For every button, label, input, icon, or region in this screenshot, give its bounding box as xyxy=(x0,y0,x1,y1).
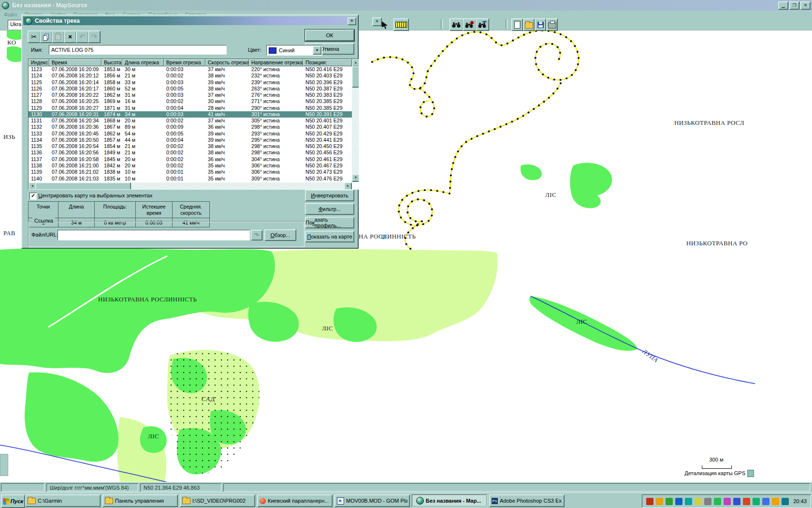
table-cell: 305° истина xyxy=(249,118,303,124)
column-header[interactable]: Время xyxy=(49,59,102,66)
table-row[interactable]: 113007.06.2008 16:20:311874 м34 м0:00:03… xyxy=(29,111,352,118)
tray-icon-11[interactable] xyxy=(743,498,750,505)
center-map-checkbox[interactable]: ✓ xyxy=(29,193,37,200)
ruler-tool-button[interactable] xyxy=(393,18,409,31)
tray-icon-4[interactable] xyxy=(675,498,682,505)
find-recent-button[interactable] xyxy=(476,18,489,31)
filter-button[interactable]: Фильтр... xyxy=(305,203,354,215)
copy-button[interactable] xyxy=(40,30,52,43)
horizontal-scroll-thumb[interactable] xyxy=(35,182,131,190)
menu-Файл[interactable]: Файл xyxy=(0,12,21,17)
minimize-button[interactable]: ▁ xyxy=(778,1,788,10)
table-row[interactable]: 113107.06.2008 16:20:341868 м20 м0:00:02… xyxy=(29,118,352,124)
dialog-title-bar[interactable]: Свойства трека xyxy=(23,16,357,25)
vertical-scrollbar[interactable]: ▲ ▼ xyxy=(352,59,359,182)
tray-icon-7[interactable] xyxy=(704,498,711,505)
start-button[interactable]: Пуск xyxy=(1,494,25,508)
toolbar-separator xyxy=(441,19,443,29)
tray-icon-1[interactable] xyxy=(646,498,653,505)
track-points-table[interactable]: ИндексВремяВысотаДлина отрезкаВремя отре… xyxy=(28,59,359,190)
table-row[interactable]: 112607.06.2008 16:20:171860 м52 м0:00:05… xyxy=(29,86,352,92)
table-row[interactable]: 113707.06.2008 16:20:581845 м20 м0:00:02… xyxy=(29,156,352,163)
vertical-scroll-thumb[interactable] xyxy=(352,66,359,88)
gps-track-points xyxy=(371,30,580,250)
cut-button[interactable]: ✂ xyxy=(28,30,40,43)
table-row[interactable]: 113507.06.2008 16:20:541854 м21 м0:00:02… xyxy=(29,143,352,149)
table-row[interactable]: 113907.06.2008 16:21:021838 м10 м0:00:01… xyxy=(29,169,352,175)
track-name-input[interactable] xyxy=(49,45,227,55)
table-row[interactable]: 112707.06.2008 16:20:221862 м31 м0:00:03… xyxy=(29,92,352,98)
table-row[interactable]: 113607.06.2008 16:20:561849 м21 м0:00:02… xyxy=(29,149,352,156)
redo-button[interactable]: ↷ xyxy=(88,30,101,43)
taskbar-button-1[interactable]: C:\Garmin xyxy=(25,494,101,507)
column-header[interactable]: Направление отрезка xyxy=(249,59,303,66)
tray-icon-9[interactable] xyxy=(724,498,731,505)
table-body[interactable]: 112307.06.2008 16:20:091853 м30 м0:00:03… xyxy=(29,66,352,182)
table-row[interactable]: 112407.06.2008 16:20:121856 м21 м0:00:02… xyxy=(29,73,352,79)
find-button[interactable] xyxy=(450,18,463,31)
table-row[interactable]: 112507.06.2008 16:20:141858 м33 м0:00:03… xyxy=(29,79,352,86)
follow-link-button[interactable]: ↷ xyxy=(251,230,262,240)
tray-icon-15[interactable] xyxy=(782,498,789,505)
close-button[interactable]: ✕ xyxy=(800,1,811,10)
table-row[interactable]: 113407.06.2008 16:20:501857 м44 м0:00:04… xyxy=(29,137,352,143)
tray-icon-10[interactable] xyxy=(733,498,740,505)
tray-icon-5[interactable] xyxy=(685,498,692,505)
show-on-map-button[interactable]: Показать на карте xyxy=(305,231,354,242)
file-url-input[interactable] xyxy=(58,230,250,240)
toolbar-close-button[interactable]: ✕ xyxy=(372,17,382,26)
scroll-up-button[interactable]: ▲ xyxy=(352,59,359,67)
tray-icon-14[interactable] xyxy=(772,498,779,505)
column-header[interactable]: Скорость отрезка xyxy=(205,59,249,66)
map-detail-label: Детализация карты GPS xyxy=(666,470,745,476)
horizontal-scrollbar[interactable]: ◄ ► xyxy=(29,182,352,189)
column-header[interactable]: Длина отрезка xyxy=(122,59,164,66)
undo-button[interactable]: ↶ xyxy=(76,30,88,43)
taskbar-button-4[interactable]: Киевский парапланерн... xyxy=(257,494,333,507)
dropdown-arrow-icon[interactable]: ▼ xyxy=(313,46,321,55)
table-cell: 1853 м xyxy=(102,66,122,73)
scroll-down-button[interactable]: ▼ xyxy=(352,174,359,182)
table-row[interactable]: 112907.06.2008 16:20:271871 м31 м0:00:04… xyxy=(29,105,352,111)
new-file-button[interactable] xyxy=(511,18,523,31)
table-row[interactable]: 114007.06.2008 16:21:031835 м10 м0:00:01… xyxy=(29,176,352,182)
column-header[interactable]: Позиция: xyxy=(303,59,352,66)
table-row[interactable]: 113807.06.2008 16:21:001842 м20 м0:00:02… xyxy=(29,163,352,169)
taskbar-button-5[interactable]: ▶MOV00B.MOD - GOM Pla... xyxy=(334,494,410,507)
table-row[interactable]: 113207.06.2008 16:20:361867 м89 м0:00:09… xyxy=(29,124,352,130)
column-header[interactable]: Высота xyxy=(102,59,122,66)
system-tray: 20:43 xyxy=(642,494,811,508)
browse-button[interactable]: Обзор... xyxy=(264,229,296,241)
dialog-close-button[interactable]: ✕ xyxy=(348,17,356,25)
ok-button[interactable]: ОК xyxy=(305,30,354,41)
color-dropdown[interactable]: Синий ▼ xyxy=(266,45,322,56)
print-button[interactable] xyxy=(546,18,558,31)
table-row[interactable]: 112307.06.2008 16:20:091853 м30 м0:00:03… xyxy=(29,66,352,73)
taskbar-button-7[interactable]: PsAdobe Photoshop CS3 Ex... xyxy=(489,494,565,507)
column-header[interactable]: Индекс xyxy=(29,59,49,66)
paste-button[interactable] xyxy=(52,30,64,43)
open-file-button[interactable] xyxy=(523,18,535,31)
delete-button[interactable]: ✕ xyxy=(64,30,76,43)
tray-icon-3[interactable] xyxy=(666,498,673,505)
table-cell: 0:00:03 xyxy=(164,66,205,73)
taskbar-button-2[interactable]: Панель управления xyxy=(102,494,178,507)
tray-icon-12[interactable] xyxy=(753,498,760,505)
tray-icon-8[interactable] xyxy=(714,498,721,505)
taskbar-button-6[interactable]: Без названия - Мар... xyxy=(412,494,487,507)
tray-icon-2[interactable] xyxy=(656,498,663,505)
save-file-button[interactable] xyxy=(535,18,546,31)
find-nearest-button[interactable] xyxy=(463,18,476,31)
table-cell: 1140 xyxy=(29,176,49,182)
table-row[interactable]: 113307.06.2008 16:20:451862 м54 м0:00:05… xyxy=(29,131,352,137)
taskbar-button-3[interactable]: I:\SD_VIDEO\PRG002 xyxy=(180,494,255,507)
show-profile-button[interactable]: Показать профиль... xyxy=(305,217,354,228)
scroll-right-button[interactable]: ► xyxy=(344,182,352,190)
invert-button[interactable]: Инвертировать xyxy=(305,190,354,201)
table-row[interactable]: 112807.06.2008 16:20:251869 м16 м0:00:02… xyxy=(29,98,352,105)
tray-icon-6[interactable] xyxy=(695,498,702,505)
column-header[interactable]: Время отрезка xyxy=(164,59,205,66)
table-cell: 21 м xyxy=(122,143,164,149)
maximize-button[interactable]: ❐ xyxy=(789,1,799,10)
tray-icon-13[interactable] xyxy=(762,498,769,505)
